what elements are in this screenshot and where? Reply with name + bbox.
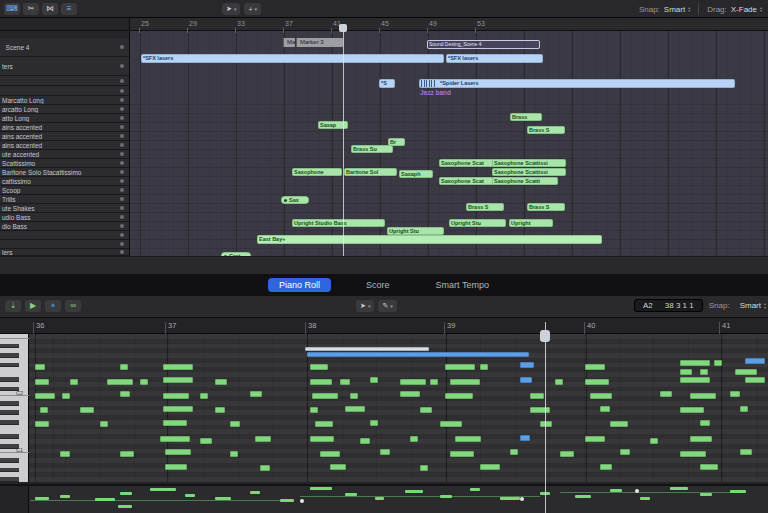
piano-roll-playhead[interactable] <box>545 322 546 513</box>
playheads <box>0 0 768 513</box>
logic-pro-window: ⌨✂⋈≡ ➤ ▾ + ▾ Snap: Smart ▴▾ Drag: X-Fade… <box>0 0 768 513</box>
arrange-playhead[interactable] <box>343 24 344 256</box>
arrange-playhead-handle[interactable] <box>339 24 347 32</box>
piano-roll-playhead-handle[interactable] <box>540 330 550 342</box>
